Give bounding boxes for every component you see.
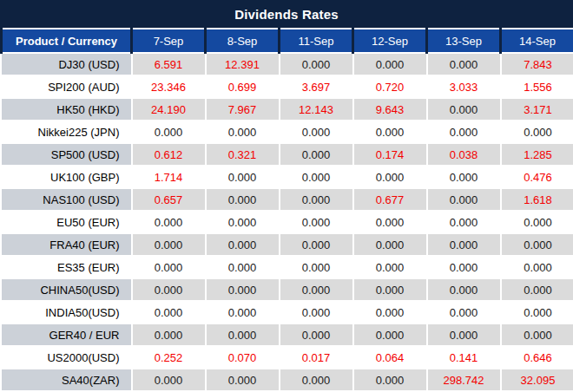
value-cell: 0.000 [427,323,501,346]
product-cell: INDIA50(USD) [2,301,132,323]
value-cell: 0.000 [427,301,501,323]
title-bar: Dividends Rates [0,0,573,28]
product-cell: CHINA50(USD) [2,278,132,301]
table-row: SPI200 (AUD)23.3460.6993.6970.7203.0331.… [2,75,573,98]
value-cell: 0.064 [353,346,427,369]
value-cell: 7.967 [206,98,280,121]
date-header: 7-Sep [132,29,206,53]
value-cell: 0.000 [501,211,573,233]
value-cell: 6.591 [132,53,206,75]
value-cell: 0.000 [280,143,353,166]
value-cell: 0.000 [280,278,353,301]
value-cell: 7.843 [501,53,573,75]
date-header: 11-Sep [280,29,353,53]
value-cell: 0.000 [206,278,280,301]
table-row: ES35 (EUR)0.0000.0000.0000.0000.0000.000 [2,256,573,278]
value-cell: 0.000 [427,211,501,233]
value-cell: 0.000 [132,278,206,301]
page-title: Dividends Rates [234,7,339,22]
product-cell: HK50 (HKD) [2,98,132,121]
product-cell: EU50 (EUR) [2,211,132,233]
value-cell: 1.285 [501,143,573,166]
value-cell: 0.321 [206,143,280,166]
date-header: 12-Sep [353,29,427,53]
value-cell: 0.000 [206,188,280,211]
table-row: EU50 (EUR)0.0000.0000.0000.0000.0000.000 [2,211,573,233]
table-row: GER40 / EUR0.0000.0000.0000.0000.0000.00… [2,323,573,346]
product-cell: ES35 (EUR) [2,256,132,278]
value-cell: 0.000 [132,256,206,278]
value-cell: 0.038 [427,143,501,166]
table-row: Nikkei225 (JPN)0.0000.0000.0000.0000.000… [2,121,573,143]
value-cell: 0.141 [427,346,501,369]
value-cell: 0.000 [206,233,280,256]
value-cell: 0.000 [353,166,427,188]
value-cell: 0.000 [280,256,353,278]
value-cell: 0.000 [427,121,501,143]
value-cell: 0.000 [280,301,353,323]
value-cell: 0.000 [501,301,573,323]
value-cell: 0.000 [501,323,573,346]
value-cell: 0.000 [132,121,206,143]
product-cell: Nikkei225 (JPN) [2,121,132,143]
value-cell: 23.346 [132,75,206,98]
table-row: NAS100 (USD)0.6570.0000.0000.6770.0001.6… [2,188,573,211]
table-row: HK50 (HKD)24.1907.96712.1439.6430.0003.1… [2,98,573,121]
value-cell: 0.000 [280,188,353,211]
value-cell: 0.000 [427,256,501,278]
value-cell: 0.720 [353,75,427,98]
product-cell: DJ30 (USD) [2,53,132,75]
value-cell: 0.000 [427,233,501,256]
table-row: FRA40 (EUR)0.0000.0000.0000.0000.0000.00… [2,233,573,256]
value-cell: 12.143 [280,98,353,121]
value-cell: 0.174 [353,143,427,166]
value-cell: 3.033 [427,75,501,98]
value-cell: 0.000 [132,369,206,390]
value-cell: 0.000 [280,121,353,143]
date-header: 13-Sep [427,29,501,53]
value-cell: 0.000 [280,323,353,346]
value-cell: 0.000 [353,53,427,75]
dividends-table: Product / Currency 7-Sep 8-Sep 11-Sep 12… [0,28,573,390]
value-cell: 0.000 [206,301,280,323]
value-cell: 0.000 [280,369,353,390]
value-cell: 12.391 [206,53,280,75]
value-cell: 0.000 [353,211,427,233]
table-row: SP500 (USD)0.6120.3210.0000.1740.0381.28… [2,143,573,166]
table-row: DJ30 (USD)6.59112.3910.0000.0000.0007.84… [2,53,573,75]
product-cell: SPI200 (AUD) [2,75,132,98]
value-cell: 0.000 [280,166,353,188]
value-cell: 0.612 [132,143,206,166]
header-row: Product / Currency 7-Sep 8-Sep 11-Sep 12… [2,29,573,53]
value-cell: 0.000 [353,278,427,301]
value-cell: 1.618 [501,188,573,211]
product-cell: GER40 / EUR [2,323,132,346]
value-cell: 0.000 [353,369,427,390]
value-cell: 0.000 [132,211,206,233]
value-cell: 0.000 [427,166,501,188]
value-cell: 24.190 [132,98,206,121]
product-currency-header: Product / Currency [2,29,132,53]
value-cell: 0.476 [501,166,573,188]
value-cell: 0.000 [353,256,427,278]
product-cell: NAS100 (USD) [2,188,132,211]
value-cell: 1.556 [501,75,573,98]
value-cell: 0.000 [427,98,501,121]
value-cell: 0.000 [206,369,280,390]
table-row: INDIA50(USD)0.0000.0000.0000.0000.0000.0… [2,301,573,323]
value-cell: 0.000 [280,211,353,233]
value-cell: 0.000 [427,53,501,75]
value-cell: 3.697 [280,75,353,98]
value-cell: 0.000 [427,278,501,301]
value-cell: 32.095 [501,369,573,390]
value-cell: 0.677 [353,188,427,211]
product-cell: SA40(ZAR) [2,369,132,390]
value-cell: 0.252 [132,346,206,369]
value-cell: 3.171 [501,98,573,121]
value-cell: 0.000 [501,278,573,301]
product-cell: FRA40 (EUR) [2,233,132,256]
value-cell: 0.000 [353,121,427,143]
value-cell: 0.000 [353,233,427,256]
value-cell: 0.070 [206,346,280,369]
value-cell: 0.000 [501,233,573,256]
